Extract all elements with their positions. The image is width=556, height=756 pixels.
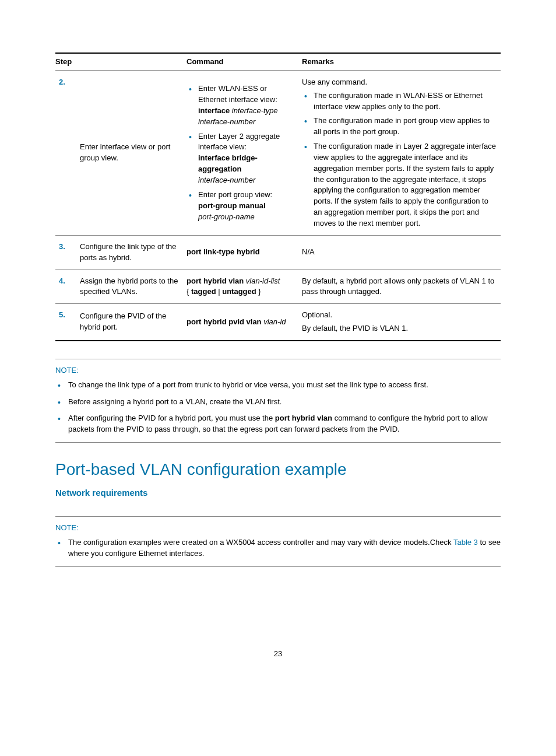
step-description: Configure the link type of the ports as … [80, 235, 186, 270]
note-block: NOTE: The configuration examples were cr… [55, 516, 501, 567]
remark-item: The configuration made in WLAN-ESS or Et… [302, 90, 496, 113]
sub-title: Network requirements [55, 487, 501, 499]
page-number: 23 [55, 649, 501, 660]
col-step: Step [55, 53, 186, 71]
note-block: NOTE: To change the link type of a port … [55, 359, 501, 443]
step-remarks: N/A [302, 235, 501, 270]
step-command: port hybrid pvid vlan vlan-id [186, 304, 302, 341]
table-row: 5. Configure the PVID of the hybrid port… [55, 304, 501, 341]
note-item: The configuration examples were created … [55, 537, 501, 559]
note-item: After configuring the PVID for a hybrid … [55, 413, 501, 435]
remark-item: The configuration made in Layer 2 aggreg… [302, 141, 496, 229]
col-remarks: Remarks [302, 53, 501, 71]
cmd-item: Enter Layer 2 aggregate interface view: … [186, 131, 297, 186]
note-label: NOTE: [55, 365, 501, 376]
step-remarks: By default, a hybrid port allows only pa… [302, 270, 501, 304]
cmd-item: Enter port group view: port-group manual… [186, 190, 297, 223]
remark-item: The configuration made in port group vie… [302, 116, 496, 138]
table-row: 2. Enter interface view or port group vi… [55, 71, 501, 235]
note-item: To change the link type of a port from t… [55, 380, 501, 391]
step-command: port hybrid vlan vlan-id-list { tagged |… [186, 270, 302, 304]
step-number: 2. [55, 71, 80, 235]
step-command: Enter WLAN-ESS or Ethernet interface vie… [186, 71, 302, 235]
table-row: 4. Assign the hybrid ports to the specif… [55, 270, 501, 304]
config-steps-table: Step Command Remarks 2. Enter interface … [55, 52, 501, 341]
col-command: Command [186, 53, 302, 71]
section-title: Port-based VLAN configuration example [55, 458, 501, 482]
step-remarks: Use any command. The configuration made … [302, 71, 501, 235]
table-row: 3. Configure the link type of the ports … [55, 235, 501, 270]
step-number: 5. [55, 304, 80, 341]
step-number: 3. [55, 235, 80, 270]
step-description: Configure the PVID of the hybrid port. [80, 304, 186, 341]
step-command: port link-type hybrid [186, 235, 302, 270]
step-number: 4. [55, 270, 80, 304]
step-description: Assign the hybrid ports to the specified… [80, 270, 186, 304]
step-remarks: Optional. By default, the PVID is VLAN 1… [302, 304, 501, 341]
note-item: Before assigning a hybrid port to a VLAN… [55, 397, 501, 408]
cmd-item: Enter WLAN-ESS or Ethernet interface vie… [186, 83, 297, 127]
note-label: NOTE: [55, 523, 501, 534]
table-3-link[interactable]: Table 3 [453, 538, 478, 547]
step-description: Enter interface view or port group view. [80, 71, 186, 235]
